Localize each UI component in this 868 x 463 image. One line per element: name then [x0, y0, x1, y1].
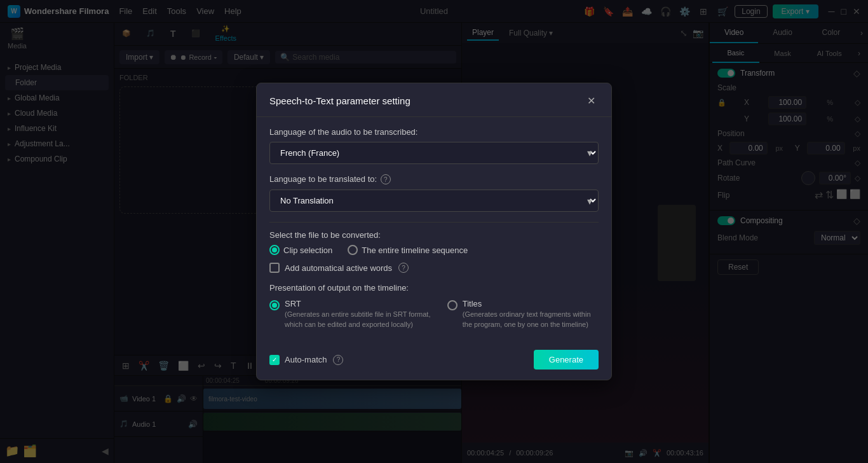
- modal-header: Speech-to-Text parameter setting ✕: [257, 83, 611, 117]
- audio-lang-wrapper: French (France) ▾: [269, 142, 599, 164]
- generate-button[interactable]: Generate: [534, 350, 599, 370]
- auto-active-row: Add automatical active words ?: [269, 263, 599, 273]
- srt-option: SRT (Generates an entire subtitle file i…: [269, 299, 432, 329]
- srt-content: SRT (Generates an entire subtitle file i…: [285, 299, 432, 329]
- auto-active-label: Add automatical active words: [285, 263, 392, 273]
- titles-desc: (Generates ordinary text fragments withi…: [463, 310, 599, 329]
- srt-desc: (Generates an entire subtitle file in SR…: [285, 310, 432, 329]
- modal-footer: ✓ Auto-match ? Generate: [257, 350, 611, 380]
- divider-1: [269, 222, 599, 223]
- titles-label: Titles: [463, 299, 599, 308]
- modal-body: Language of the audio to be transcribed:…: [257, 117, 611, 350]
- audio-lang-select[interactable]: French (France): [269, 142, 599, 164]
- translate-select[interactable]: No Translation: [269, 190, 599, 212]
- auto-active-help-icon[interactable]: ?: [398, 263, 409, 273]
- translate-label: Language to be translated to: ?: [269, 174, 599, 185]
- translate-wrapper: No Translation ▾: [269, 190, 599, 212]
- entire-timeline-label: The entire timeline sequence: [362, 245, 468, 255]
- audio-lang-label: Language of the audio to be transcribed:: [269, 127, 599, 137]
- translate-help-icon[interactable]: ?: [381, 174, 391, 184]
- modal-title: Speech-to-Text parameter setting: [269, 95, 410, 106]
- auto-match-checkbox[interactable]: ✓: [269, 355, 280, 365]
- translate-label-text: Language to be translated to:: [269, 174, 377, 184]
- titles-radio[interactable]: [447, 300, 458, 310]
- srt-label: SRT: [285, 299, 432, 308]
- file-convert-label: Select the file to be converted:: [269, 230, 599, 240]
- auto-match-help-icon[interactable]: ?: [333, 355, 343, 365]
- entire-timeline-option[interactable]: The entire timeline sequence: [348, 245, 468, 255]
- clip-selection-label: Clip selection: [283, 245, 332, 255]
- clip-selection-option[interactable]: Clip selection: [269, 245, 332, 255]
- speech-to-text-modal: Speech-to-Text parameter setting ✕ Langu…: [256, 83, 612, 380]
- output-label: Presentation of output on the timeline:: [269, 283, 599, 293]
- auto-match-row: ✓ Auto-match ?: [269, 355, 343, 365]
- auto-active-checkbox[interactable]: [269, 263, 280, 273]
- output-options: SRT (Generates an entire subtitle file i…: [269, 299, 599, 329]
- modal-close-button[interactable]: ✕: [583, 93, 599, 109]
- file-convert-group: Clip selection The entire timeline seque…: [269, 245, 599, 255]
- clip-selection-radio[interactable]: [269, 245, 280, 255]
- titles-option: Titles (Generates ordinary text fragment…: [447, 299, 599, 329]
- auto-match-label: Auto-match: [285, 355, 327, 364]
- modal-overlay: Speech-to-Text parameter setting ✕ Langu…: [0, 0, 868, 463]
- titles-content: Titles (Generates ordinary text fragment…: [463, 299, 599, 329]
- srt-radio[interactable]: [269, 300, 280, 310]
- entire-timeline-radio[interactable]: [348, 245, 358, 255]
